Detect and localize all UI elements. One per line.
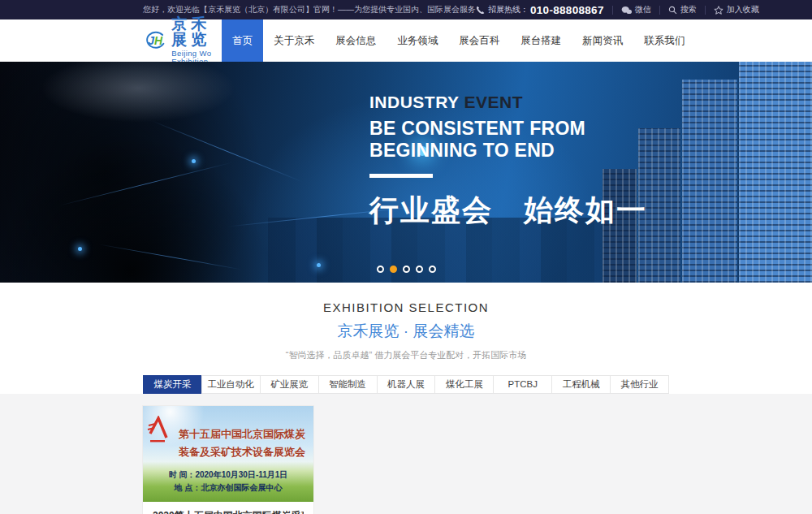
nav-item-business[interactable]: 业务领域 (387, 19, 448, 62)
hero-en-line1: INDUSTRY EVENT (369, 93, 647, 112)
divider (612, 6, 613, 15)
wechat-icon (621, 6, 632, 15)
card-body: 2020第十五届中国北京国际煤炭采矿技术设... 展出地点：北京亦创国际会展中心… (143, 502, 313, 514)
tab-engineering-machinery[interactable]: 工程机械 (551, 375, 611, 394)
wechat-label: 微信 (635, 4, 651, 15)
carousel-dot-active[interactable] (390, 266, 397, 273)
wechat-link[interactable]: 微信 (621, 4, 651, 15)
nav-item-news[interactable]: 新闻资讯 (572, 19, 633, 62)
svg-text:H: H (154, 34, 163, 47)
card-title[interactable]: 2020第十五届中国北京国际煤炭采矿技术设... (153, 509, 304, 514)
tab-coal-chemical[interactable]: 煤化工展 (434, 375, 494, 394)
nav-item-home[interactable]: 首页 (222, 19, 263, 62)
phone-icon (476, 6, 485, 15)
hero-en-line1-accent: EVENT (464, 93, 524, 111)
welcome-text: 您好，欢迎光临【京禾展览（北京）有限公司】官网！——为您提供专业国内、国际展会服… (143, 4, 476, 15)
section-title-en: EXHIBITION SELECTION (0, 300, 812, 314)
divider (659, 6, 660, 15)
expo-logo-icon (147, 416, 170, 445)
hero-text-block: INDUSTRY EVENT BE CONSISTENT FROMBEGINNI… (369, 93, 647, 231)
section-subtitle: “智尚选择，品质卓越” 借力展会平台专业配对，开拓国际市场 (0, 349, 812, 361)
site-header: J H 京禾展览 Beijing Wo Exhibition 首页 关于京禾 展… (0, 19, 812, 62)
nav-item-contact[interactable]: 联系我们 (633, 19, 695, 62)
hero-cn-headline: 行业盛会 始终如一 (369, 191, 647, 231)
search-icon (668, 6, 677, 15)
exhibition-poster: 第十五届中国北京国际煤炭 装备及采矿技术设备展览会 时 间：2020年10月30… (143, 406, 313, 502)
poster-meta: 时 间：2020年10月30日-11月1日 地 点：北京亦创国际会展中心 (143, 469, 313, 495)
favorite-label: 加入收藏 (727, 4, 759, 15)
tab-industrial-automation[interactable]: 工业自动化 (201, 375, 261, 394)
main-nav: 首页 关于京禾 展会信息 业务领域 展会百科 展台搭建 新闻资讯 联系我们 (222, 19, 695, 62)
tab-mining-expo[interactable]: 矿业展览 (260, 375, 319, 394)
hotline: 招展热线： 010-88808867 (476, 4, 604, 16)
poster-time: 时 间：2020年10月30日-11月1日 (143, 469, 313, 482)
carousel-dot[interactable] (377, 266, 384, 273)
hotline-number: 010-88808867 (530, 4, 604, 16)
hero-underline (369, 174, 433, 178)
carousel-dots (0, 266, 812, 273)
exhibition-card[interactable]: 第十五届中国北京国际煤炭 装备及采矿技术设备展览会 时 间：2020年10月30… (143, 406, 313, 514)
tab-robot-expo[interactable]: 机器人展 (377, 375, 436, 394)
tab-ptcbj[interactable]: PTCBJ (493, 375, 552, 394)
category-tabs: 煤炭开采 工业自动化 矿业展览 智能制造 机器人展 煤化工展 PTCBJ 工程机… (143, 375, 669, 394)
nav-item-about[interactable]: 关于京禾 (263, 19, 325, 62)
building (682, 80, 737, 283)
svg-text:J: J (148, 34, 154, 47)
glow-dot (78, 247, 82, 251)
hero-banner: INDUSTRY EVENT BE CONSISTENT FROMBEGINNI… (0, 62, 812, 283)
nav-item-encyclopedia[interactable]: 展会百科 (448, 19, 510, 62)
carousel-dot[interactable] (416, 266, 423, 273)
carousel-dot[interactable] (429, 266, 436, 273)
section-title-cn: 京禾展览 · 展会精选 (0, 321, 812, 342)
tab-coal-mining[interactable]: 煤炭开采 (143, 375, 202, 394)
glow-dot (192, 159, 196, 163)
businessman-image (0, 62, 309, 283)
building (739, 62, 812, 283)
exhibition-list-section: 第十五届中国北京国际煤炭 装备及采矿技术设备展览会 时 间：2020年10月30… (0, 394, 812, 514)
logo-jh-icon: J H (143, 24, 166, 57)
logo-cn-text: 京禾展览 (171, 16, 222, 47)
tab-other-industries[interactable]: 其他行业 (610, 375, 669, 394)
exhibition-selection-section: EXHIBITION SELECTION 京禾展览 · 展会精选 “智尚选择，品… (0, 283, 812, 394)
carousel-dot[interactable] (403, 266, 410, 273)
poster-venue: 地 点：北京亦创国际会展中心 (143, 482, 313, 495)
tab-smart-manufacturing[interactable]: 智能制造 (318, 375, 378, 394)
hero-en-line2: BE CONSISTENT FROMBEGINNING TO END (369, 118, 647, 162)
divider (705, 6, 706, 15)
top-bar: 您好，欢迎光临【京禾展览（北京）有限公司】官网！——为您提供专业国内、国际展会服… (0, 0, 812, 19)
star-icon (714, 6, 723, 15)
nav-item-booth[interactable]: 展台搭建 (510, 19, 572, 62)
hotline-label: 招展热线： (488, 4, 529, 15)
search-link[interactable]: 搜索 (668, 4, 697, 15)
search-label: 搜索 (680, 4, 697, 15)
poster-title: 第十五届中国北京国际煤炭 装备及采矿技术设备展览会 (171, 406, 313, 461)
favorite-link[interactable]: 加入收藏 (714, 4, 759, 15)
logo[interactable]: J H 京禾展览 Beijing Wo Exhibition (143, 16, 222, 65)
nav-item-exhibition-info[interactable]: 展会信息 (325, 19, 387, 62)
